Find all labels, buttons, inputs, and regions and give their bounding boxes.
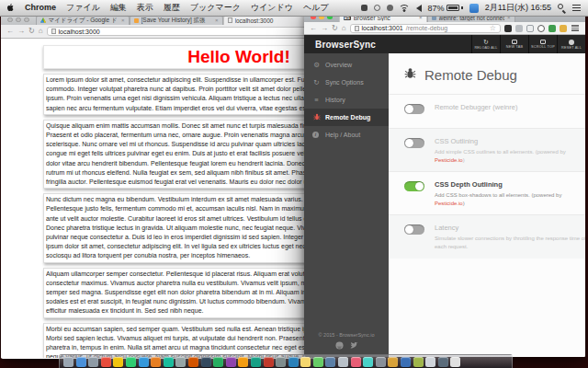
dock-icon-12[interactable]	[213, 357, 223, 367]
dock-icon-13[interactable]	[226, 357, 236, 367]
toggle-css-outlining[interactable]	[404, 138, 424, 148]
apple-menu-icon[interactable]	[7, 4, 16, 13]
menu-item-5[interactable]: ブックマーク	[190, 3, 241, 12]
dock-icon-30[interactable]	[438, 357, 448, 367]
sidebar-item-help-about[interactable]: i Help / About	[304, 126, 389, 144]
dock-icon-26[interactable]	[388, 357, 398, 367]
extension-icon-2[interactable]	[515, 25, 523, 32]
browser-window-hello-world: マイドライブ - Google ド × [Save Your History] …	[1, 13, 330, 359]
pesticide-link[interactable]: Pesticide.io	[435, 157, 463, 163]
status-ring-icon[interactable]	[374, 5, 380, 11]
dock-icon-0[interactable]	[63, 357, 74, 367]
menu-item-3[interactable]: 表示	[137, 3, 153, 12]
pesticide-link[interactable]: Pesticide.io	[435, 201, 463, 206]
address-bar[interactable]: localhost:3000	[47, 27, 324, 36]
back-icon[interactable]: ←	[310, 25, 317, 32]
dock-icon-2[interactable]	[88, 357, 98, 367]
status-app-icon[interactable]	[361, 5, 368, 11]
paragraph-line: Donec pharetra tristique lectus in gravi…	[46, 224, 330, 233]
menu-item-1[interactable]: ファイル	[66, 3, 100, 12]
dock-icon-8[interactable]	[164, 357, 174, 367]
dock-icon-22[interactable]	[338, 357, 348, 367]
dock-icon-4[interactable]	[113, 357, 123, 367]
menu-item-7[interactable]: ヘルプ	[303, 3, 329, 12]
toggle-css-depth-outlining[interactable]	[404, 181, 424, 191]
github-icon[interactable]	[335, 341, 344, 350]
twitter-icon[interactable]	[350, 341, 358, 350]
scroll-top-button[interactable]: ↑ SCROLL TOP	[528, 35, 557, 53]
menu-item-2[interactable]: 編集	[110, 3, 127, 12]
dock-icon-5[interactable]	[126, 357, 136, 367]
paragraph-line: ipsum dolor sit amet, consectetur adipis…	[46, 242, 330, 251]
dock-icon-10[interactable]	[188, 357, 198, 367]
dock-icon-16[interactable]	[264, 357, 274, 367]
extension-icon-4[interactable]	[537, 25, 545, 32]
dock-icon-27[interactable]	[401, 357, 411, 367]
status-dot-icon[interactable]	[387, 5, 393, 11]
forward-icon[interactable]: →	[17, 28, 25, 35]
bookmark-star-icon[interactable]: ☆	[490, 25, 496, 32]
menu-item-0[interactable]: Chrome	[25, 3, 56, 12]
battery-indicator[interactable]: 87%	[428, 4, 463, 13]
close-tab-icon[interactable]: ×	[121, 17, 125, 23]
toggle-remote-debugger-weinre[interactable]	[404, 104, 424, 114]
extension-icon-5[interactable]	[548, 25, 556, 32]
status-blue-app-icon[interactable]	[469, 4, 479, 13]
dock-icon-1[interactable]	[76, 357, 86, 367]
sidebar-item-sync-options[interactable]: ↻ Sync Options	[304, 74, 389, 91]
dock-icon-25[interactable]	[376, 357, 386, 367]
desktop: Chromeファイル編集表示履歴ブックマークウインドウヘルプ 87% 2月11日…	[0, 0, 588, 368]
reload-icon[interactable]: ↻	[332, 25, 338, 32]
menu-bar-clock[interactable]: 2月11日(水) 16:55	[485, 2, 551, 14]
toggle-latency[interactable]	[404, 224, 424, 235]
dock-icon-31[interactable]	[450, 357, 460, 367]
menu-item-6[interactable]: ウインドウ	[251, 3, 293, 12]
forward-icon[interactable]: →	[321, 25, 328, 32]
extension-icon-3[interactable]	[526, 25, 534, 32]
sidebar-item-overview[interactable]: ⚙ Overview	[304, 56, 389, 74]
home-icon[interactable]: ⌂	[342, 25, 346, 32]
new-tab-button[interactable]: + NEW TAB	[500, 35, 528, 53]
spotlight-icon[interactable]	[558, 4, 566, 12]
dock-icon-29[interactable]	[425, 357, 435, 367]
minimize-window-button[interactable]	[16, 17, 21, 23]
reload-icon[interactable]: ↻	[28, 28, 35, 35]
dock-icon-17[interactable]	[276, 357, 286, 367]
menu-item-4[interactable]: 履歴	[164, 3, 180, 12]
dock-icon-14[interactable]	[238, 357, 248, 367]
dock-icon-21[interactable]	[325, 357, 335, 367]
url-text: localhost:3000	[59, 29, 100, 35]
dock-icon-15[interactable]	[251, 357, 261, 367]
notification-center-icon[interactable]	[572, 5, 581, 12]
address-bar[interactable]: localhost:3001/remote-debug ☆	[350, 24, 501, 33]
paragraph-line: Praesent et odio placerat, fermentum urn…	[46, 131, 330, 140]
home-icon[interactable]: ⌂	[39, 28, 43, 35]
chrome-menu-icon[interactable]	[571, 24, 580, 31]
extension-icon-1[interactable]	[504, 25, 512, 32]
paragraph-line: Nunc dictum nec magna eu bibendum. Vesti…	[46, 195, 330, 204]
zoom-window-button[interactable]	[24, 17, 29, 23]
dock-icon-19[interactable]	[300, 357, 311, 367]
volume-icon[interactable]	[416, 5, 422, 12]
sidebar-item-remote-debug[interactable]: Remote Debug	[304, 109, 389, 126]
wifi-icon[interactable]	[400, 5, 410, 12]
close-tab-icon[interactable]: ×	[215, 17, 219, 23]
dock-icon-23[interactable]	[351, 357, 361, 367]
reload-all-button[interactable]: ↻ RELOAD ALL	[471, 35, 500, 53]
close-window-button[interactable]	[7, 17, 13, 23]
dock-icon-6[interactable]	[139, 357, 149, 367]
dock-icon-3[interactable]	[101, 357, 111, 367]
dock-icon-28[interactable]	[413, 357, 424, 367]
dock-icon-11[interactable]	[201, 357, 211, 367]
reset-all-button[interactable]: RESET ALL	[557, 35, 585, 53]
battery-percent: 87%	[428, 4, 445, 13]
back-icon[interactable]: ←	[6, 28, 14, 35]
dock-icon-9[interactable]	[175, 357, 186, 367]
dock-icon-20[interactable]	[313, 357, 323, 367]
dock-icon-7[interactable]	[151, 357, 161, 367]
dock-icon-24[interactable]	[363, 357, 373, 367]
sidebar-item-history[interactable]: ≡ History	[304, 91, 389, 109]
reset-all-icon	[569, 40, 574, 45]
dock-icon-18[interactable]	[288, 357, 299, 367]
extension-icon-6[interactable]	[560, 25, 567, 32]
